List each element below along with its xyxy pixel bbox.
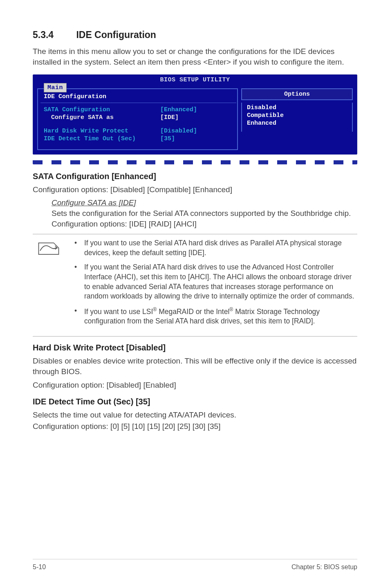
hd-write-protect-desc: Disables or enables device write protect… — [33, 356, 357, 377]
bios-row-value: [IDE] — [160, 114, 179, 122]
bios-row-value: [Enhanced] — [160, 106, 197, 114]
bios-option[interactable]: Enhanced — [247, 120, 348, 128]
bios-row[interactable]: Configure SATA as [IDE] — [44, 114, 233, 122]
note-item: If you want to use the Serial ATA hard d… — [74, 238, 356, 258]
bios-row[interactable]: IDE Detect Time Out (Sec) [35] — [44, 135, 233, 143]
page-number: 5-10 — [33, 563, 46, 571]
note-item: If you want the Serial ATA hard disk dri… — [74, 263, 356, 301]
bios-title-bar: BIOS SETUP UTILITY Main — [33, 75, 357, 84]
note-body: If you want to use the Serial ATA hard d… — [69, 238, 356, 331]
bios-setup-panel: BIOS SETUP UTILITY Main IDE Configuratio… — [33, 74, 357, 155]
bios-row-label: Hard Disk Write Protect — [44, 128, 160, 135]
note-box: If you want to use the Serial ATA hard d… — [33, 234, 357, 337]
hd-write-protect-options: Configuration option: [Disabled] [Enable… — [33, 380, 357, 391]
bios-option[interactable]: Disabled — [247, 104, 348, 112]
configure-sata-link: Configure SATA as [IDE] — [52, 198, 357, 207]
section-number: 5.3.4 — [33, 29, 74, 40]
bios-utility-title: BIOS SETUP UTILITY — [160, 76, 230, 83]
bios-row[interactable]: SATA Configuration [Enhanced] — [44, 106, 233, 114]
ide-timeout-desc: Selects the time out value for detecting… — [33, 410, 357, 420]
note-icon — [34, 238, 63, 331]
bios-row[interactable]: Hard Disk Write Protect [Disabled] — [44, 128, 233, 135]
page-footer: 5-10 Chapter 5: BIOS setup — [33, 559, 357, 571]
bios-option[interactable]: Compatible — [247, 112, 348, 120]
bios-options-list: Disabled Compatible Enhanced — [241, 103, 353, 131]
chapter-label: Chapter 5: BIOS setup — [291, 563, 357, 571]
section-title: IDE Configuration — [76, 29, 156, 40]
bios-left-panel: IDE Configuration SATA Configuration [En… — [37, 88, 238, 150]
hd-write-protect-heading: Hard Disk Write Protect [Disabled] — [33, 343, 357, 352]
bios-row-value: [Disabled] — [160, 128, 197, 135]
bios-row-label: IDE Detect Time Out (Sec) — [44, 135, 160, 143]
ide-timeout-options: Configuration options: [0] [5] [10] [15]… — [33, 421, 357, 432]
bios-main-tab[interactable]: Main — [44, 83, 67, 92]
configure-sata-desc: Sets the configuration for the Serial AT… — [52, 208, 357, 229]
sata-config-options: Configuration options: [Disabled] [Compa… — [33, 184, 357, 195]
bios-right-panel: Options Disabled Compatible Enhanced — [241, 88, 353, 150]
bios-row-label: SATA Configuration — [44, 106, 160, 114]
bios-row-label: Configure SATA as — [44, 114, 160, 122]
bios-panel-title: IDE Configuration — [44, 93, 233, 100]
section-heading: 5.3.4 IDE Configuration — [33, 29, 357, 40]
sata-config-heading: SATA Configuration [Enhanced] — [33, 172, 357, 181]
note-item: If you want to use LSI® MegaRAID or the … — [74, 306, 356, 326]
ide-timeout-heading: IDE Detect Time Out (Sec) [35] — [33, 397, 357, 406]
bios-options-header: Options — [241, 88, 353, 100]
bios-bottom-dashes — [33, 160, 357, 164]
intro-paragraph: The items in this menu allow you to set … — [33, 46, 357, 67]
bios-row-value: [35] — [160, 135, 175, 143]
